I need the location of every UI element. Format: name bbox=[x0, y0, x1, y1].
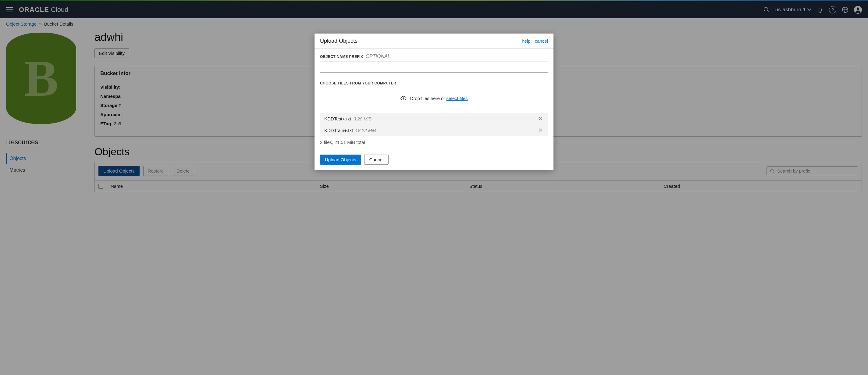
remove-file-icon[interactable]: ✕ bbox=[537, 127, 544, 133]
file-list: KDDTest+.txt 3.28 MiB ✕ KDDTrain+.txt 18… bbox=[320, 113, 548, 136]
file-name: KDDTest+.txt bbox=[324, 116, 351, 121]
optional-label: OPTIONAL bbox=[366, 54, 391, 59]
file-size: 3.28 MiB bbox=[353, 116, 372, 121]
file-row: KDDTrain+.txt 18.22 MiB ✕ bbox=[320, 124, 548, 136]
dropzone[interactable]: Drop files here or select files bbox=[320, 89, 548, 107]
object-name-prefix-input[interactable] bbox=[320, 62, 548, 72]
remove-file-icon[interactable]: ✕ bbox=[537, 115, 544, 122]
cloud-upload-icon bbox=[400, 95, 407, 101]
select-files-link[interactable]: select files bbox=[446, 96, 468, 101]
file-name: KDDTrain+.txt bbox=[324, 128, 353, 133]
drop-text: Drop files here or bbox=[410, 96, 446, 101]
modal-overlay: Upload Objects help cancel OBJECT NAME P… bbox=[0, 0, 868, 375]
modal-cancel-link[interactable]: cancel bbox=[535, 38, 548, 43]
upload-summary: 2 files, 21.51 MiB total bbox=[320, 139, 548, 145]
modal-help-link[interactable]: help bbox=[522, 38, 530, 43]
cancel-button[interactable]: Cancel bbox=[364, 155, 389, 165]
file-row: KDDTest+.txt 3.28 MiB ✕ bbox=[320, 113, 548, 124]
upload-objects-confirm-button[interactable]: Upload Objects bbox=[320, 155, 361, 165]
prefix-label: OBJECT NAME PREFIX bbox=[320, 55, 363, 59]
choose-files-label: CHOOSE FILES FROM YOUR COMPUTER bbox=[320, 81, 548, 85]
modal-title: Upload Objects bbox=[320, 38, 358, 44]
file-size: 18.22 MiB bbox=[355, 128, 376, 133]
upload-modal: Upload Objects help cancel OBJECT NAME P… bbox=[314, 34, 554, 170]
